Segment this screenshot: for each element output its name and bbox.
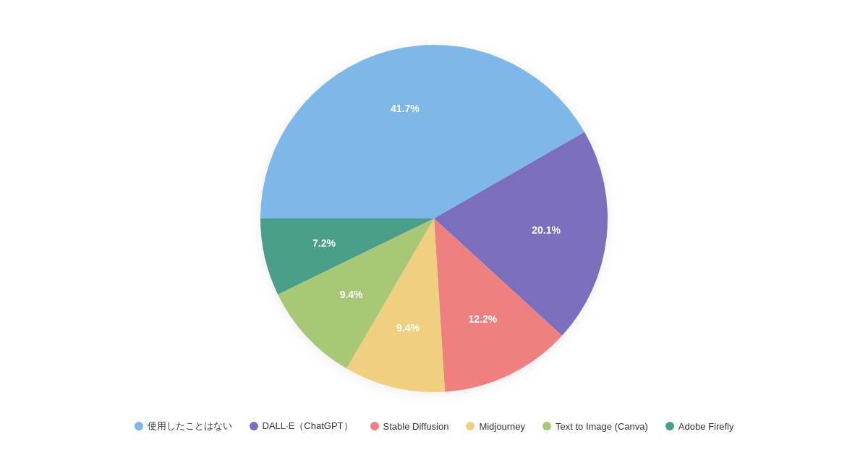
chart-legend: 使用したことはない DALL·E（ChatGPT） Stable Diffusi… (135, 420, 734, 433)
legend-dot-text-to-image (542, 422, 551, 430)
legend-dot-never-used (135, 422, 143, 430)
legend-item-never-used: 使用したことはない (135, 420, 232, 433)
legend-label-midjourney: Midjourney (479, 421, 525, 432)
legend-dot-dalle (250, 422, 258, 430)
legend-label-dalle: DALL·E（ChatGPT） (263, 420, 353, 433)
legend-label-stable-diffusion: Stable Diffusion (383, 421, 449, 432)
legend-item-stable-diffusion: Stable Diffusion (370, 421, 449, 432)
label-midjourney: 9.4% (396, 322, 420, 334)
label-dalle: 20.1% (532, 224, 561, 236)
legend-label-never-used: 使用したことはない (148, 420, 232, 433)
legend-item-adobe-firefly: Adobe Firefly (665, 421, 734, 432)
label-adobe-firefly: 7.2% (312, 237, 336, 249)
pie-chart: 41.7%20.1%12.2%9.4%9.4%7.2% (246, 30, 622, 407)
legend-item-midjourney: Midjourney (466, 421, 525, 432)
legend-dot-stable-diffusion (370, 422, 379, 430)
legend-dot-midjourney (466, 422, 475, 430)
legend-label-adobe-firefly: Adobe Firefly (678, 421, 734, 432)
legend-dot-adobe-firefly (665, 422, 674, 430)
label-text-to-image: 9.4% (340, 289, 363, 300)
legend-item-dalle: DALL·E（ChatGPT） (250, 420, 353, 433)
label-stable-diffusion: 12.2% (468, 313, 497, 325)
legend-item-text-to-image: Text to Image (Canva) (542, 421, 648, 432)
chart-container: 41.7%20.1%12.2%9.4%9.4%7.2% 使用したことはない DA… (0, 30, 868, 433)
label-never-used: 41.7% (391, 103, 420, 114)
legend-label-text-to-image: Text to Image (Canva) (556, 421, 648, 432)
